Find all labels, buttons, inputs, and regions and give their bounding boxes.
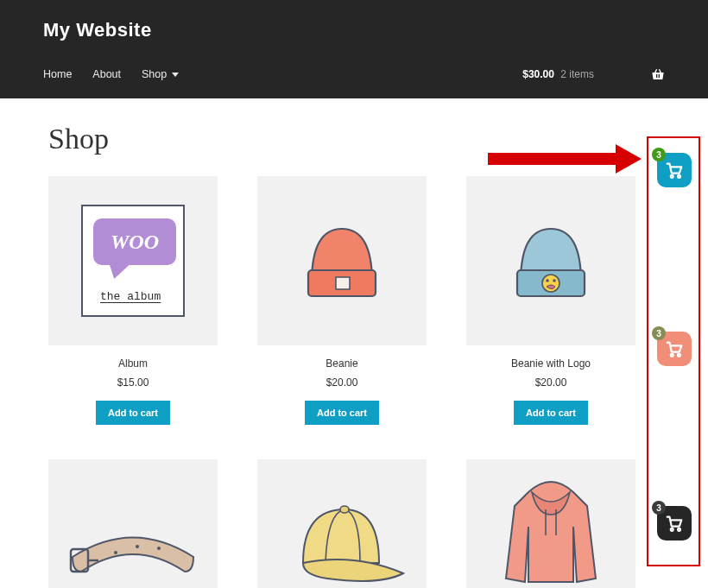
svg-point-5 (553, 279, 556, 282)
primary-nav: Home About Shop (43, 68, 179, 80)
product-card[interactable] (48, 459, 218, 588)
product-thumbnail (257, 459, 427, 588)
add-to-cart-button[interactable]: Add to cart (514, 401, 588, 425)
svg-point-18 (671, 528, 673, 531)
svg-point-9 (136, 545, 139, 548)
cart-icon (665, 339, 684, 358)
svg-point-11 (340, 506, 349, 513)
product-card[interactable]: Beanie with Logo $20.00 Add to cart (466, 176, 635, 425)
svg-point-15 (678, 175, 680, 178)
add-to-cart-button[interactable]: Add to cart (96, 401, 170, 425)
chevron-down-icon (172, 73, 179, 77)
woo-logo-text: WOO (111, 231, 159, 254)
svg-point-17 (678, 354, 680, 357)
cart-item-count: 2 items (560, 68, 594, 80)
nav-about[interactable]: About (92, 68, 121, 80)
cart-badge: 3 (652, 148, 666, 161)
product-card[interactable] (466, 459, 635, 588)
product-card[interactable] (257, 459, 427, 588)
svg-point-19 (678, 528, 680, 531)
woo-album-art: WOO the album (81, 205, 185, 317)
nav-home[interactable]: Home (43, 68, 72, 80)
cart-badge: 3 (652, 326, 666, 340)
product-thumbnail (48, 459, 218, 588)
cart-total: $30.00 (522, 68, 554, 80)
product-name: Beanie (257, 357, 427, 370)
nav-bar: Home About Shop $30.00 2 items (43, 67, 665, 81)
header-cart[interactable]: $30.00 2 items (522, 67, 665, 81)
svg-rect-1 (336, 277, 350, 289)
product-thumbnail (257, 176, 427, 345)
floating-cart-button-coral[interactable]: 3 (657, 332, 692, 366)
hoodie-icon (490, 466, 611, 587)
main-content: Shop WOO the album Album $15.00 Add to c… (0, 98, 708, 588)
floating-cart-button-dark[interactable]: 3 (657, 506, 692, 541)
svg-point-3 (542, 275, 559, 292)
product-price: $15.00 (48, 376, 218, 389)
cart-icon (665, 514, 684, 533)
product-price: $20.00 (466, 376, 635, 389)
product-grid: WOO the album Album $15.00 Add to cart B… (48, 176, 665, 588)
cart-icon (665, 161, 684, 180)
page-title: Shop (48, 123, 665, 155)
add-to-cart-button[interactable]: Add to cart (305, 401, 379, 425)
product-card[interactable]: Beanie $20.00 Add to cart (257, 176, 427, 425)
svg-point-14 (671, 175, 673, 178)
product-name: Album (48, 357, 218, 370)
product-thumbnail (466, 176, 635, 345)
product-thumbnail: WOO the album (48, 176, 218, 345)
nav-shop[interactable]: Shop (142, 68, 179, 80)
woo-subtext: the album (100, 290, 161, 303)
floating-cart-button-teal[interactable]: 3 (657, 153, 692, 187)
site-title[interactable]: My Website (43, 19, 665, 41)
product-price: $20.00 (257, 376, 427, 389)
cap-icon (277, 492, 407, 587)
cart-badge: 3 (652, 501, 666, 515)
cart-summary: $30.00 2 items (522, 68, 594, 80)
svg-point-10 (157, 547, 161, 550)
svg-point-4 (546, 279, 549, 282)
site-header: My Website Home About Shop $30.00 2 item… (0, 0, 708, 98)
beanie-icon (291, 210, 393, 312)
product-name: Beanie with Logo (466, 357, 635, 370)
basket-icon[interactable] (651, 67, 665, 81)
beanie-logo-icon (500, 210, 602, 312)
product-thumbnail (466, 459, 635, 588)
svg-point-8 (114, 551, 117, 554)
nav-shop-label: Shop (142, 68, 167, 80)
product-card[interactable]: WOO the album Album $15.00 Add to cart (48, 176, 218, 425)
belt-icon (64, 509, 202, 587)
svg-point-16 (671, 354, 673, 357)
